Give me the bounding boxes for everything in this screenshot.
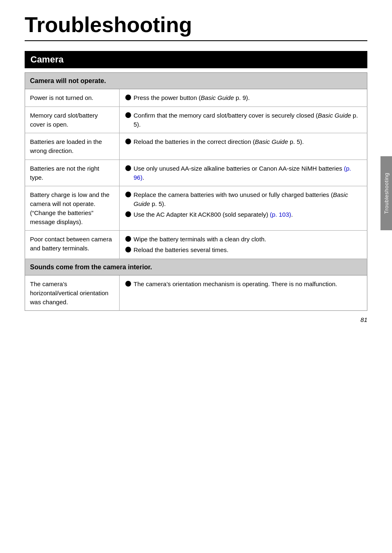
table-row: Batteries are not the right type. Use on…: [25, 160, 367, 186]
problem-cell: Battery charge is low and the camera wil…: [25, 186, 120, 231]
bullet-text: The camera’s orientation mechanism is op…: [134, 280, 361, 289]
subsection-header-1: Camera will not operate.: [25, 73, 367, 89]
link-p103[interactable]: (p. 103): [270, 211, 291, 218]
table-row: Batteries are loaded in the wrong direct…: [25, 133, 367, 160]
solution-cell: Use only unused AA-size alkaline batteri…: [120, 160, 367, 186]
page-title: Troubleshooting: [25, 12, 367, 41]
bullet-text: Replace the camera batteries with two un…: [134, 190, 361, 208]
table-row: Memory card slot/battery cover is open. …: [25, 106, 367, 133]
side-tab-label: Troubleshooting: [383, 173, 390, 214]
bullet-icon: [125, 211, 131, 217]
bullet-icon: [125, 139, 131, 144]
bullet-text: Reload the batteries several times.: [134, 245, 361, 255]
bullet-item: Use the AC Adapter Kit ACK800 (sold sepa…: [125, 210, 361, 219]
bullet-icon: [125, 247, 131, 252]
bullet-item: Reload the batteries several times.: [125, 245, 361, 255]
problem-cell: Batteries are loaded in the wrong direct…: [25, 133, 120, 160]
bullet-icon: [125, 281, 131, 287]
bullet-icon: [125, 95, 131, 100]
bullet-item: The camera’s orientation mechanism is op…: [125, 280, 361, 289]
bullet-text: Confirm that the memory card slot/batter…: [134, 111, 361, 129]
subsection-row-2: Sounds come from the camera interior.: [25, 259, 367, 275]
bullet-item: Press the power button (Basic Guide p. 9…: [125, 93, 361, 102]
bullet-icon: [125, 165, 131, 171]
table-row: Power is not turned on. Press the power …: [25, 89, 367, 107]
solution-cell: Replace the camera batteries with two un…: [120, 186, 367, 231]
bullet-icon: [125, 112, 131, 118]
page-container: Troubleshooting Camera Camera will not o…: [0, 0, 392, 336]
bullet-text: Wipe the battery terminals with a clean …: [134, 235, 361, 244]
bullet-item: Reload the batteries in the correct dire…: [125, 137, 361, 146]
bullet-item: Wipe the battery terminals with a clean …: [125, 235, 361, 244]
link-p96[interactable]: (p. 96): [134, 165, 351, 181]
problem-cell: Poor contact between camera and battery …: [25, 231, 120, 259]
bullet-icon: [125, 236, 131, 242]
camera-section-header: Camera: [25, 51, 367, 68]
page-number: 81: [360, 316, 367, 323]
solution-cell: Reload the batteries in the correct dire…: [120, 133, 367, 160]
problem-cell: Power is not turned on.: [25, 89, 120, 107]
problem-cell: Batteries are not the right type.: [25, 160, 120, 186]
bullet-text: Press the power button (Basic Guide p. 9…: [134, 93, 361, 102]
solution-cell: Press the power button (Basic Guide p. 9…: [120, 89, 367, 107]
table-row: The camera’s horizontal/vertical orienta…: [25, 275, 367, 311]
side-tab: Troubleshooting: [380, 156, 392, 230]
table-row: Poor contact between camera and battery …: [25, 231, 367, 259]
solution-cell: The camera’s orientation mechanism is op…: [120, 275, 367, 311]
bullet-item: Use only unused AA-size alkaline batteri…: [125, 164, 361, 182]
bullet-item: Replace the camera batteries with two un…: [125, 190, 361, 208]
solution-cell: Confirm that the memory card slot/batter…: [120, 106, 367, 133]
bullet-text: Use only unused AA-size alkaline batteri…: [134, 164, 361, 182]
problem-cell: Memory card slot/battery cover is open.: [25, 106, 120, 133]
bullet-item: Confirm that the memory card slot/batter…: [125, 111, 361, 129]
problem-cell: The camera’s horizontal/vertical orienta…: [25, 275, 120, 311]
bullet-icon: [125, 192, 131, 197]
subsection-header-2: Sounds come from the camera interior.: [25, 259, 367, 275]
camera-table: Camera will not operate. Power is not tu…: [25, 72, 367, 311]
bullet-text: Reload the batteries in the correct dire…: [134, 137, 361, 146]
bullet-text: Use the AC Adapter Kit ACK800 (sold sepa…: [134, 210, 361, 219]
solution-cell: Wipe the battery terminals with a clean …: [120, 231, 367, 259]
table-row: Battery charge is low and the camera wil…: [25, 186, 367, 231]
subsection-row-1: Camera will not operate.: [25, 73, 367, 89]
